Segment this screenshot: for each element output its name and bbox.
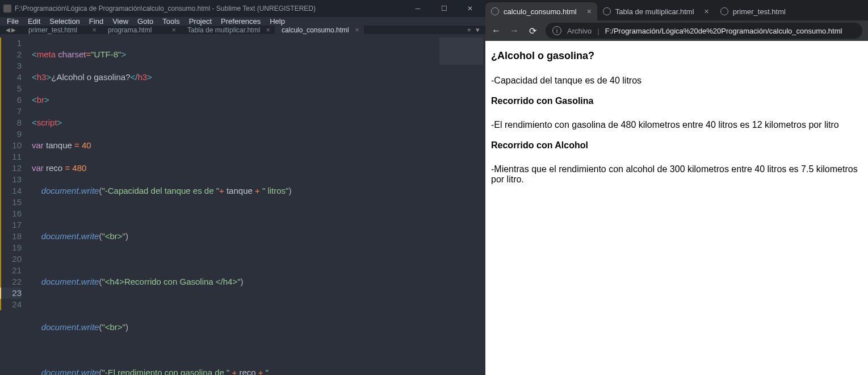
page-text: -Capacidad del tanque es de 40 litros xyxy=(491,76,862,86)
globe-icon xyxy=(603,7,611,15)
page-title: ¿Alcohol o gasolina? xyxy=(491,50,862,62)
browser-tabbar: calculo_consumo.html × Tabla de multipli… xyxy=(485,0,868,20)
app-icon xyxy=(3,5,11,13)
menu-help[interactable]: Help xyxy=(265,17,290,26)
url-scheme-label: Archivo xyxy=(567,27,592,35)
close-icon[interactable]: × xyxy=(355,26,359,34)
tab-history-nav[interactable]: ◀ ▶ xyxy=(0,26,22,34)
new-tab-button[interactable]: + xyxy=(467,26,471,34)
browser-tab-tabla[interactable]: Tabla de multiplicar.html × xyxy=(597,2,715,20)
tab-label: calculo_consumo.html xyxy=(504,7,577,16)
modified-indicator xyxy=(0,38,1,310)
rendered-page: ¿Alcohol o gasolina? -Capacidad del tanq… xyxy=(485,41,868,375)
section-heading-gasolina: Recorrido con Gasolina xyxy=(491,96,862,106)
tab-overflow-button[interactable]: ▾ xyxy=(476,26,480,34)
menu-goto[interactable]: Goto xyxy=(133,17,158,26)
menu-find[interactable]: Find xyxy=(85,17,108,26)
editor-tab-tabla[interactable]: Tabla de multiplicar.html× xyxy=(181,26,275,34)
page-text: -Mientras que el rendimiento con alcohol… xyxy=(491,164,862,185)
minimap-viewport[interactable] xyxy=(439,38,483,65)
minimize-button[interactable]: ─ xyxy=(405,0,431,17)
forward-button[interactable]: → xyxy=(509,26,519,36)
reload-button[interactable]: ⟳ xyxy=(527,26,538,36)
sublime-window: F:\Programación\Lógica de Programación\c… xyxy=(0,0,485,375)
line-gutter[interactable]: 12345 678910 1112131415 1617181920 21222… xyxy=(0,34,27,375)
close-icon[interactable]: × xyxy=(587,7,592,16)
close-button[interactable]: ✕ xyxy=(457,0,483,17)
close-icon[interactable]: × xyxy=(171,26,176,34)
tab-label: primer_test.html xyxy=(733,7,786,16)
page-text: -El rendimiento con gasolina de 480 kilo… xyxy=(491,120,862,130)
editor: 12345 678910 1112131415 1617181920 21222… xyxy=(0,34,485,375)
minimap[interactable] xyxy=(437,34,485,375)
globe-icon xyxy=(720,7,728,15)
current-line-indicator xyxy=(0,288,1,299)
menu-edit[interactable]: Edit xyxy=(23,17,45,26)
maximize-button[interactable]: ☐ xyxy=(431,0,457,17)
close-icon[interactable]: × xyxy=(92,26,97,34)
code-area[interactable]: <meta charset="UTF-8"> <h3>¿Alcohol o ga… xyxy=(27,34,437,375)
menu-selection[interactable]: Selection xyxy=(45,17,84,26)
section-heading-alcohol: Recorrido con Alcohol xyxy=(491,140,862,151)
globe-icon xyxy=(491,7,499,15)
window-title: F:\Programación\Lógica de Programación\c… xyxy=(15,5,316,13)
editor-tab-programa[interactable]: programa.html× xyxy=(101,26,181,34)
chrome-window: calculo_consumo.html × Tabla de multipli… xyxy=(485,0,868,375)
editor-tabbar: ◀ ▶ primer_test.html× programa.html× Tab… xyxy=(0,26,485,34)
menu-file[interactable]: File xyxy=(2,17,23,26)
url-path: F:/Programación/Lógica%20de%20Programaci… xyxy=(605,27,842,35)
site-info-icon[interactable]: i xyxy=(552,26,561,35)
browser-tab-calculo[interactable]: calculo_consumo.html × xyxy=(485,2,597,20)
menu-tools[interactable]: Tools xyxy=(158,17,184,26)
back-button[interactable]: ← xyxy=(491,26,501,36)
menu-project[interactable]: Project xyxy=(184,17,216,26)
browser-tab-primer[interactable]: primer_test.html xyxy=(715,2,791,20)
menubar: File Edit Selection Find View Goto Tools… xyxy=(0,17,485,26)
titlebar[interactable]: F:\Programación\Lógica de Programación\c… xyxy=(0,0,485,17)
tab-label: Tabla de multiplicar.html xyxy=(615,7,694,16)
menu-preferences[interactable]: Preferences xyxy=(216,17,265,26)
browser-toolbar: ← → ⟳ i Archivo | F:/Programación/Lógica… xyxy=(485,20,868,41)
address-bar[interactable]: i Archivo | F:/Programación/Lógica%20de%… xyxy=(546,23,862,39)
menu-view[interactable]: View xyxy=(108,17,133,26)
editor-tab-calculo[interactable]: calculo_consumo.html× xyxy=(275,26,364,34)
close-icon[interactable]: × xyxy=(266,26,270,34)
editor-tab-primer[interactable]: primer_test.html× xyxy=(22,26,101,34)
close-icon[interactable]: × xyxy=(705,7,709,16)
